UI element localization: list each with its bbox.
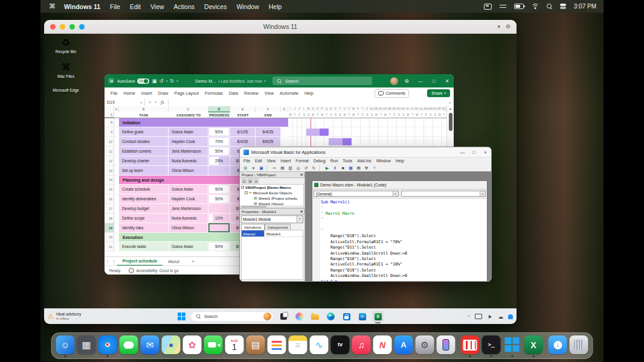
taskbar-store[interactable]	[341, 311, 352, 322]
project-panel-close-icon[interactable]: ×	[300, 173, 303, 177]
tree-item-vbaproject[interactable]: - ⊞ VBAProject (Demo Macro.	[240, 185, 303, 190]
name-box[interactable]: D19 ▾	[105, 98, 145, 106]
accessibility-status[interactable]: Accessibility: Good to go	[136, 268, 178, 273]
vba-menu-item[interactable]: Tools	[343, 159, 352, 163]
gantt-cell[interactable]	[288, 127, 446, 137]
insert-function-icon[interactable]: fx	[161, 100, 164, 105]
sheet-row[interactable]: 9 Define goals Gokce Aslan 50% 8/1/25 8/…	[105, 127, 446, 137]
cell-assigned[interactable]: Gokce Aslan	[169, 185, 208, 194]
cell-progress[interactable]: 10%	[208, 214, 230, 223]
cell-assigned[interactable]: Olivia Wilson	[169, 223, 208, 233]
dock-trash[interactable]	[570, 335, 588, 357]
cell-assigned[interactable]: Olivia Wilson	[169, 166, 208, 176]
sheet-row[interactable]: 8 Initiation	[105, 118, 446, 127]
select-all-corner[interactable]	[105, 106, 114, 112]
code-line[interactable]: ActiveCell.FormulaR1C1 = "10%"	[321, 262, 487, 267]
cell-task[interactable]: Create schedule	[119, 185, 169, 194]
break-icon[interactable]: Ⅱ	[332, 165, 338, 171]
vba-menu-item[interactable]: Add-Ins	[357, 159, 371, 163]
toggle-folders-icon[interactable]: ▰	[254, 179, 259, 183]
cell-progress[interactable]	[208, 223, 230, 233]
undo-icon[interactable]: ↺	[159, 78, 164, 84]
toolbox-icon[interactable]: ⚒	[363, 165, 370, 171]
share-button[interactable]: Share▾	[427, 89, 450, 97]
vba-menu-item[interactable]: View	[267, 159, 276, 163]
cell-assigned[interactable]: Gokce Aslan	[169, 242, 208, 252]
excel-close-button[interactable]: ✕	[440, 74, 454, 87]
tree-expand-icon[interactable]	[250, 197, 253, 200]
code-window-title-bar[interactable]: Demo Macro.xlsm - Module1 (Code)	[312, 181, 487, 189]
dock-photos[interactable]: ✿	[183, 335, 202, 357]
cell-progress[interactable]: 50%	[208, 147, 230, 156]
comments-button[interactable]: Comments	[375, 89, 409, 98]
ribbon-tab[interactable]: Home	[124, 91, 135, 96]
menu-item[interactable]: View	[150, 3, 164, 10]
project-explorer-icon[interactable]: ▦	[347, 165, 354, 171]
dock-windows-11[interactable]	[503, 335, 522, 357]
cell-start[interactable]: 8/1/25	[230, 127, 256, 137]
formula-expand-caret-icon[interactable]: ▾	[449, 101, 454, 104]
cell-task[interactable]: Identify deliverables	[119, 194, 169, 204]
row-number[interactable]: 14	[105, 176, 114, 185]
menu-item[interactable]: Devices	[204, 3, 227, 10]
dock-terminal[interactable]: >_	[482, 335, 501, 357]
dock-downloads[interactable]: ↓	[549, 335, 567, 357]
account-avatar[interactable]	[390, 77, 398, 85]
column-header[interactable]: F	[256, 106, 281, 112]
dock-launchpad[interactable]: ▦	[77, 335, 96, 357]
sheet-tab-project-schedule[interactable]: Project schedule	[117, 257, 163, 266]
cell-assigned[interactable]: Nuria Acevedo	[169, 156, 208, 166]
desktop-icon-recycle-bin[interactable]: ♻ Recycle Bin	[49, 37, 83, 54]
taskbar-weather-widget[interactable]: ⚠ Heat advisory In effect	[48, 312, 81, 321]
scrollbar-thumb[interactable]	[449, 113, 452, 131]
code-line[interactable]: ActiveWindow.SmallScroll Down:=0	[321, 251, 487, 256]
gantt-column-headers[interactable]: IJKLMNOPQRSTUVWXYZAAABACADAEAFAGAHAIAJAK…	[288, 106, 446, 112]
cell-task[interactable]: Define goals	[119, 127, 169, 137]
close-button[interactable]	[50, 24, 56, 30]
excel-search-box[interactable]: Search	[272, 77, 372, 85]
paste-icon[interactable]: ▥	[287, 165, 294, 171]
tray-display-icon[interactable]	[475, 314, 482, 319]
excel-title-bar[interactable]: ⊞ AutoSave On ▣ ↺ ▾ ↻ ▾ Demo M... • Last…	[105, 74, 454, 87]
sheet-nav-prev-icon[interactable]: ‹	[105, 259, 111, 264]
vba-menu-item[interactable]: Help	[396, 159, 404, 163]
vm-mode-icon[interactable]: ▾	[497, 24, 500, 30]
row-number[interactable]: 11	[105, 147, 114, 156]
dock-mail[interactable]: ✉	[141, 335, 159, 357]
properties-object-selector[interactable]: Module1 Module ▾	[241, 215, 303, 223]
properties-panel-close-icon[interactable]: ×	[300, 209, 303, 214]
scroll-up-arrow-icon[interactable]: ▲	[447, 106, 454, 112]
properties-panel-header[interactable]: Properties - Module1 ×	[240, 208, 304, 215]
separator[interactable]	[266, 165, 269, 171]
sheet-nav-next-icon[interactable]: ›	[111, 259, 117, 264]
vm-title-bar[interactable]: Windows 11 ▾ ⚙	[44, 20, 517, 34]
menu-item[interactable]: File	[110, 3, 120, 10]
code-line[interactable]: Range("D10").Select	[321, 233, 487, 239]
dock-safari[interactable]: ✦	[98, 335, 117, 357]
taskbar-search-box[interactable]: Search	[190, 311, 274, 322]
taskbar-task-view[interactable]	[278, 311, 289, 322]
row-number[interactable]: 9	[105, 127, 114, 137]
row-number[interactable]: 17	[105, 204, 114, 214]
tray-cloud-icon[interactable]: ☁	[498, 314, 504, 320]
copy-icon[interactable]: ▤	[279, 165, 286, 171]
tab-categorized[interactable]: Categorized	[265, 224, 291, 230]
save-icon[interactable]: ▣	[258, 165, 265, 171]
tray-volume-icon[interactable]	[489, 315, 494, 319]
dock-excel[interactable]: X	[524, 335, 543, 357]
tree-expand-icon[interactable]: -	[241, 186, 244, 189]
code-line[interactable]: ' Macro1 Macro	[321, 211, 487, 217]
control-center-icon[interactable]	[560, 4, 566, 9]
properties-window-icon[interactable]: ▤	[355, 165, 362, 171]
tree-item-excel-objects[interactable]: - ▰ Microsoft Excel Objects	[240, 190, 303, 195]
tree-item-sheet1[interactable]: ▤ Sheet1 (Project schedu	[240, 195, 303, 201]
taskbar-edge[interactable]	[325, 311, 336, 322]
redo-icon[interactable]: ↻	[170, 78, 174, 84]
save-icon[interactable]: ▣	[152, 78, 156, 84]
row-number[interactable]: 20	[105, 233, 114, 242]
row-number[interactable]: 21	[105, 242, 114, 252]
gantt-cell[interactable]	[288, 137, 446, 147]
dock-freeform[interactable]: ∿	[310, 335, 329, 357]
dock-finder[interactable]: ☺	[56, 335, 75, 357]
separator[interactable]	[319, 165, 322, 171]
